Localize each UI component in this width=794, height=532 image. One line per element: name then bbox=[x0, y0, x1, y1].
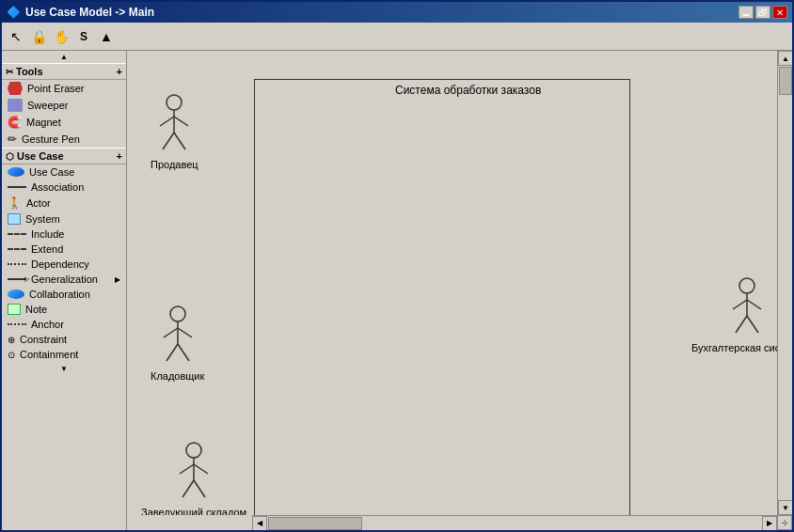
include-icon bbox=[8, 233, 26, 235]
actor-prodavets: Продавец bbox=[151, 93, 198, 170]
dependency-icon bbox=[8, 263, 26, 265]
actor-zaveduyushiy: Заведующий складом bbox=[141, 441, 246, 515]
svg-point-0 bbox=[167, 95, 182, 110]
usecase-label: Use Case bbox=[29, 166, 74, 178]
containment-icon: ⊙ bbox=[8, 350, 15, 360]
arrow-tool-button[interactable]: ↖ bbox=[6, 26, 26, 47]
gesture-pen-label: Gesture Pen bbox=[22, 133, 80, 145]
horizontal-scrollbar: ◀ ▶ bbox=[252, 515, 777, 530]
actor-zaveduyushiy-figure bbox=[170, 441, 217, 507]
title-buttons: 🗕 🗗 ✕ bbox=[738, 6, 787, 19]
up-arrow-tool-button[interactable]: ▲ bbox=[96, 26, 117, 47]
canvas-and-scrollbar: Система обработки заказов bbox=[127, 51, 792, 515]
scroll-thumb-h[interactable] bbox=[268, 517, 362, 530]
maximize-button[interactable]: 🗗 bbox=[755, 6, 770, 19]
tools-label: Tools bbox=[16, 66, 43, 77]
window-title: Use Case Model -> Main bbox=[25, 6, 154, 19]
title-bar-left: 🔷 Use Case Model -> Main bbox=[7, 6, 154, 19]
svg-point-18 bbox=[739, 278, 754, 293]
svg-line-15 bbox=[194, 464, 208, 474]
note-item[interactable]: Note bbox=[2, 302, 126, 317]
svg-line-20 bbox=[733, 300, 747, 309]
toolbar: ↖ 🔒 ✋ S ▲ bbox=[2, 23, 792, 51]
hand-tool-button[interactable]: ✋ bbox=[51, 26, 71, 47]
main-area: ▲ ✂ Tools + Point Eraser Sweeper 🧲 Mag bbox=[2, 51, 792, 530]
svg-line-3 bbox=[174, 117, 188, 126]
system-item[interactable]: System bbox=[2, 211, 126, 227]
tools-expand-icon: + bbox=[117, 66, 122, 77]
svg-point-12 bbox=[186, 443, 201, 458]
svg-line-22 bbox=[736, 316, 747, 333]
scroll-right-button[interactable]: ▶ bbox=[762, 516, 777, 531]
actor-kladovshik-label: Кладовщик bbox=[151, 370, 204, 382]
magnet-item[interactable]: 🧲 Magnet bbox=[2, 114, 126, 131]
canvas: Система обработки заказов bbox=[132, 55, 777, 515]
generalization-item[interactable]: ▷ Generalization ▶ bbox=[2, 272, 126, 287]
scroll-up-button[interactable]: ▲ bbox=[778, 51, 792, 66]
lock-tool-button[interactable]: 🔒 bbox=[28, 26, 49, 47]
collaboration-icon bbox=[8, 289, 24, 299]
main-window: 🔷 Use Case Model -> Main 🗕 🗗 ✕ ↖ 🔒 ✋ S ▲… bbox=[0, 0, 794, 532]
collaboration-label: Collaboration bbox=[29, 289, 90, 300]
actor-icon: 🚶 bbox=[8, 196, 22, 210]
gesture-pen-item[interactable]: ✏ Gesture Pen bbox=[2, 131, 126, 148]
magnet-label: Magnet bbox=[26, 117, 61, 128]
svg-line-10 bbox=[167, 344, 178, 361]
extend-item[interactable]: Extend bbox=[2, 242, 126, 257]
svg-line-16 bbox=[183, 480, 194, 497]
scroll-down-button[interactable]: ▼ bbox=[778, 500, 792, 515]
actor-kladovshik-figure bbox=[154, 305, 201, 370]
svg-line-9 bbox=[178, 328, 192, 337]
actor-buhgalterskaya: Бухгалтерская система bbox=[691, 276, 777, 353]
svg-line-4 bbox=[163, 133, 174, 149]
generalization-icon: ▷ bbox=[8, 278, 26, 280]
include-item[interactable]: Include bbox=[2, 227, 126, 242]
containment-item[interactable]: ⊙ Containment bbox=[2, 347, 126, 362]
svg-line-23 bbox=[747, 316, 758, 333]
constraint-label: Constraint bbox=[20, 334, 67, 345]
corner-resize-button[interactable]: ⊹ bbox=[777, 515, 792, 530]
window-icon: 🔷 bbox=[7, 6, 21, 19]
scroll-track-h bbox=[267, 516, 762, 531]
sweeper-item[interactable]: Sweeper bbox=[2, 97, 126, 114]
minimize-button[interactable]: 🗕 bbox=[738, 6, 754, 19]
gesture-pen-icon: ✏ bbox=[8, 133, 17, 146]
sidebar-up-arrow[interactable]: ▲ bbox=[2, 51, 126, 63]
usecase-section-header[interactable]: ⬡ Use Case + bbox=[2, 148, 126, 164]
dependency-item[interactable]: Dependency bbox=[2, 257, 126, 272]
usecase-section-icon: ⬡ bbox=[6, 151, 14, 162]
point-eraser-item[interactable]: Point Eraser bbox=[2, 80, 126, 97]
anchor-item[interactable]: Anchor bbox=[2, 317, 126, 332]
dependency-label: Dependency bbox=[31, 258, 89, 270]
note-label: Note bbox=[25, 304, 47, 315]
association-item[interactable]: Association bbox=[2, 180, 126, 195]
bottom-area: ◀ ▶ ⊹ bbox=[127, 515, 792, 530]
extend-label: Extend bbox=[31, 243, 63, 255]
collaboration-item[interactable]: Collaboration bbox=[2, 287, 126, 302]
constraint-item[interactable]: ⊕ Constraint bbox=[2, 332, 126, 347]
svg-line-17 bbox=[194, 480, 205, 497]
scroll-left-button[interactable]: ◀ bbox=[252, 516, 267, 531]
actor-label: Actor bbox=[26, 197, 51, 209]
usecase-item[interactable]: Use Case bbox=[2, 164, 126, 180]
actor-prodavets-label: Продавец bbox=[151, 159, 198, 170]
s-tool-button[interactable]: S bbox=[73, 26, 94, 47]
svg-line-21 bbox=[747, 300, 761, 309]
tools-section-header[interactable]: ✂ Tools + bbox=[2, 63, 126, 80]
sidebar-down-arrow[interactable]: ▼ bbox=[2, 362, 126, 376]
svg-line-2 bbox=[160, 117, 174, 126]
canvas-wrapper: Система обработки заказов bbox=[127, 51, 792, 530]
actor-prodavets-figure bbox=[151, 93, 198, 159]
association-icon bbox=[8, 186, 26, 188]
extend-icon bbox=[8, 248, 26, 250]
scroll-thumb-v[interactable] bbox=[779, 67, 792, 95]
sweeper-icon bbox=[8, 99, 23, 112]
canvas-scroll-area[interactable]: Система обработки заказов bbox=[127, 51, 777, 515]
close-button[interactable]: ✕ bbox=[772, 6, 787, 19]
svg-point-6 bbox=[170, 306, 185, 321]
actor-buhgalterskaya-label: Бухгалтерская система bbox=[691, 342, 777, 353]
include-label: Include bbox=[31, 228, 64, 240]
actor-buhgalterskaya-figure bbox=[723, 276, 770, 342]
generalization-expand-icon: ▶ bbox=[115, 275, 120, 284]
actor-item[interactable]: 🚶 Actor bbox=[2, 195, 126, 211]
